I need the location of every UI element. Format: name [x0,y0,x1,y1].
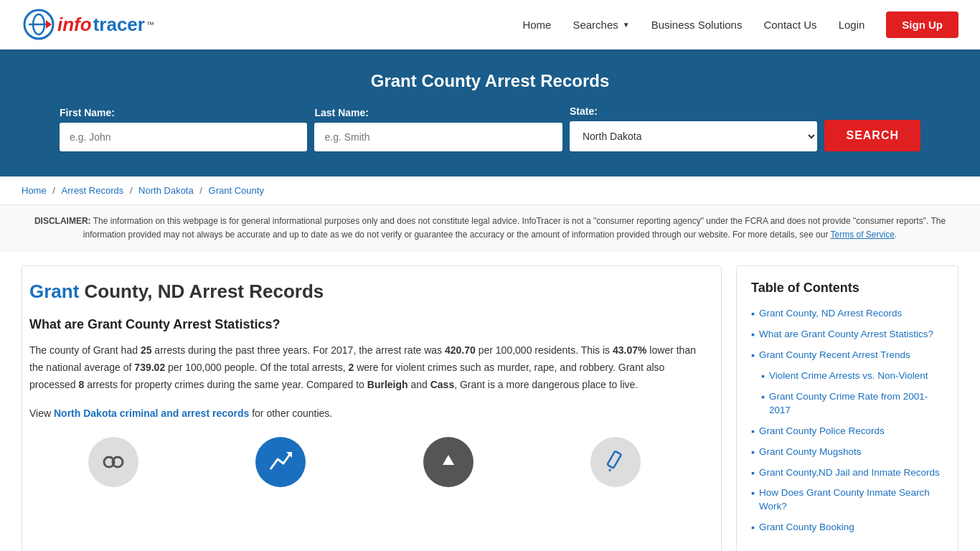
toc-item: Grant County Police Records [751,425,943,438]
site-header: infotracer™ Home Searches ▼ Business Sol… [0,0,980,50]
toc-item: Grant County, ND Arrest Records [751,307,943,321]
searches-chevron-icon: ▼ [623,21,630,29]
toc-item: Grant County,ND Jail and Inmate Records [751,466,943,480]
disclaimer-bar: DISCLAIMER: The information on this webp… [0,205,980,251]
toc-link[interactable]: Grant County Booking [759,521,854,534]
breadcrumb-sep-1: / [52,185,57,196]
stat-national: 739.02 [134,362,165,373]
logo-info-text: info [57,14,92,36]
arrest-icon [88,437,138,487]
toc-item: Grant County Recent Arrest Trends [751,349,943,362]
breadcrumb-grant-county[interactable]: Grant County [209,185,264,196]
first-name-input[interactable] [60,123,307,151]
disclaimer-text: The information on this webpage is for g… [83,216,946,240]
stat-violent: 2 [348,362,354,373]
state-label: State: [570,105,817,117]
breadcrumb: Home / Arrest Records / North Dakota / G… [0,176,980,205]
svg-rect-10 [608,451,622,468]
toc-link[interactable]: Grant County Recent Arrest Trends [759,349,910,362]
toc-item: Grant County Crime Rate from 2001-2017 [751,390,943,418]
icons-row [29,437,699,487]
toc-link[interactable]: Grant County, ND Arrest Records [759,307,902,321]
first-name-label: First Name: [60,107,307,118]
stat-compare1: Burleigh [367,379,408,390]
nav-contact-us[interactable]: Contact Us [763,19,816,31]
other-counties-link[interactable]: North Dakota criminal and arrest records [54,408,249,419]
stats-heading: What are Grant County Arrest Statistics? [29,317,699,332]
nav-login[interactable]: Login [839,19,865,31]
article: Grant County, ND Arrest Records What are… [22,265,722,551]
main-nav: Home Searches ▼ Business Solutions Conta… [522,11,958,38]
toc-link[interactable]: Grant County,ND Jail and Inmate Records [759,466,940,480]
stats-paragraph: The county of Grant had 25 arrests durin… [29,342,699,393]
toc-item: Grant County Booking [751,521,943,534]
toc-item: How Does Grant County Inmate Search Work… [751,486,943,514]
article-title-highlight: Grant [29,281,79,302]
toc-list: Grant County, ND Arrest RecordsWhat are … [751,307,943,534]
hero-section: Grant County Arrest Records First Name: … [0,50,980,176]
logo[interactable]: infotracer™ [22,7,154,42]
toc-link[interactable]: What are Grant County Arrest Statistics? [759,328,933,342]
stat-property: 8 [78,379,84,390]
scroll-up-icon[interactable] [423,437,473,487]
svg-marker-11 [608,469,611,472]
icon-item-2 [255,437,306,487]
stat-percent: 43.07% [613,344,646,356]
first-name-group: First Name: [60,107,307,151]
nav-searches[interactable]: Searches ▼ [573,19,629,31]
last-name-input[interactable] [314,123,562,151]
breadcrumb-sep-3: / [199,185,204,196]
main-content: Grant County, ND Arrest Records What are… [0,251,980,551]
disclaimer-label: DISCLAIMER: [34,216,91,226]
toc-link[interactable]: Grant County Crime Rate from 2001-2017 [769,390,943,418]
last-name-group: Last Name: [314,107,562,151]
edit-icon [590,437,641,487]
toc-link[interactable]: Grant County Mugshots [759,446,862,459]
signup-button[interactable]: Sign Up [886,11,958,38]
search-form: First Name: Last Name: State: AlabamaAla… [60,105,920,151]
article-title-rest: County, ND Arrest Records [79,281,324,302]
trend-icon [255,437,306,487]
other-counties-text: View North Dakota criminal and arrest re… [29,405,699,423]
svg-marker-3 [46,20,52,29]
icon-item-3 [423,437,473,487]
search-button[interactable]: SEARCH [824,120,920,151]
toc-link[interactable]: Violent Crime Arrests vs. Non-Violent [769,369,928,383]
state-select[interactable]: AlabamaAlaskaArizonaArkansasCaliforniaCo… [570,121,817,151]
table-of-contents: Table of Contents Grant County, ND Arres… [736,265,958,551]
tos-link[interactable]: Terms of Service [831,230,895,240]
stat-arrests: 25 [141,344,152,356]
hero-title: Grant County Arrest Records [29,71,951,91]
stat-rate: 420.70 [445,344,476,356]
breadcrumb-sep-2: / [130,185,135,196]
toc-link[interactable]: How Does Grant County Inmate Search Work… [759,486,943,514]
stat-compare2: Cass [430,379,454,390]
toc-link[interactable]: Grant County Police Records [759,425,885,438]
nav-home[interactable]: Home [522,19,551,31]
nav-business-solutions[interactable]: Business Solutions [651,19,743,31]
logo-tracer-text: tracer [93,14,145,36]
last-name-label: Last Name: [314,107,562,118]
toc-heading: Table of Contents [751,281,943,296]
breadcrumb-north-dakota[interactable]: North Dakota [138,185,194,196]
logo-icon [22,7,56,42]
toc-item: What are Grant County Arrest Statistics? [751,328,943,342]
toc-item: Violent Crime Arrests vs. Non-Violent [751,369,943,383]
logo-trademark: ™ [146,20,154,29]
icon-item-1 [88,437,138,487]
article-title: Grant County, ND Arrest Records [29,281,699,303]
icon-item-4 [590,437,641,487]
breadcrumb-arrest-records[interactable]: Arrest Records [62,185,124,196]
state-group: State: AlabamaAlaskaArizonaArkansasCalif… [570,105,817,151]
breadcrumb-home[interactable]: Home [22,185,47,196]
toc-item: Grant County Mugshots [751,446,943,459]
